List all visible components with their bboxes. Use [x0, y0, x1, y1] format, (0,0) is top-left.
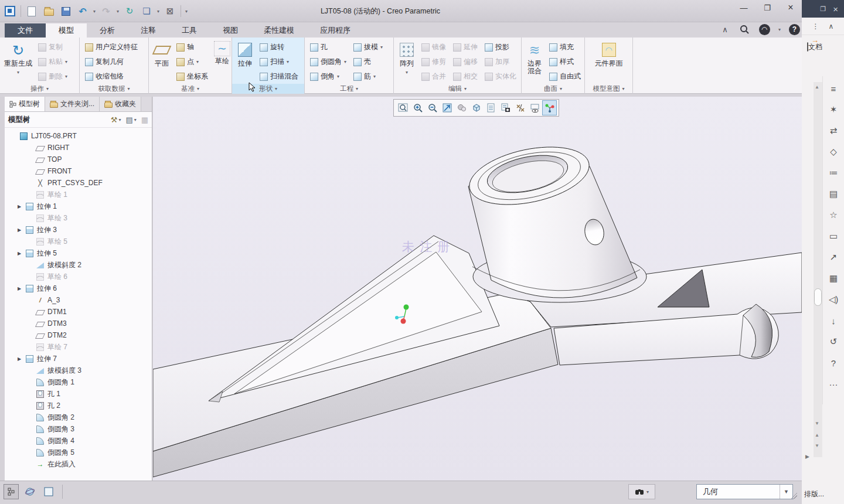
download-icon[interactable]: ↓	[827, 314, 840, 327]
datum-point-button[interactable]: 点▾	[173, 55, 211, 69]
tree-item[interactable]: 倒圆角 3	[5, 423, 152, 435]
group-label-engineering[interactable]: 工程▾	[305, 84, 393, 94]
scroll-bottom-icon[interactable]: ▼	[815, 443, 819, 448]
group-label-get-data[interactable]: 获取数据▾	[80, 84, 148, 94]
redo-dropdown-icon[interactable]: ▾	[117, 9, 119, 14]
tree-item[interactable]: FRONT	[5, 165, 152, 177]
kebab-menu-icon[interactable]: ⋮	[812, 22, 819, 30]
expand-arrow-icon[interactable]: ▶	[18, 251, 26, 256]
pattern-button[interactable]: 阵列 ▾	[396, 40, 417, 77]
image-icon[interactable]: ▦	[827, 272, 840, 285]
tree-item[interactable]: 倒圆角 2	[5, 411, 152, 423]
tree-item[interactable]: 拔模斜度 2	[5, 259, 152, 271]
audio-icon[interactable]: ◁)	[827, 293, 840, 306]
group-label-datum[interactable]: 基准▾	[149, 84, 232, 94]
tree-item[interactable]: 草绘 6	[5, 271, 152, 282]
view-manager-icon[interactable]	[498, 100, 513, 115]
group-label-model-intent[interactable]: 模型意图▾	[585, 83, 632, 94]
gallery-icon[interactable]: ▤	[827, 188, 840, 200]
display-style-icon[interactable]	[469, 100, 484, 115]
app-icon[interactable]	[4, 5, 16, 18]
tab-folder-browser[interactable]: 文件夹浏...	[45, 97, 100, 111]
fullscreen-icon[interactable]	[41, 484, 56, 499]
open-file-icon[interactable]	[42, 5, 55, 18]
tree-item[interactable]: / A_3	[5, 294, 152, 306]
tab-annotate[interactable]: 注释	[128, 23, 169, 38]
saved-orientations-icon[interactable]	[484, 100, 498, 115]
freestyle-button[interactable]: 自由式	[546, 69, 584, 84]
web-browser-icon[interactable]	[22, 484, 38, 499]
datum-display-filters-icon[interactable]	[513, 100, 528, 115]
tree-settings-icon[interactable]: ▤	[125, 115, 132, 124]
tree-item[interactable]: ╳ PRT_CSYS_DEF	[5, 177, 152, 189]
tab-favorites[interactable]: 收藏夹	[100, 97, 141, 111]
close-button[interactable]: ×	[783, 2, 798, 13]
switch-windows-icon[interactable]: ❏	[140, 5, 153, 18]
search-icon[interactable]	[739, 23, 751, 35]
model-tree-toggle-icon[interactable]	[4, 484, 19, 499]
share-nodes-icon[interactable]: ⇄	[827, 124, 840, 137]
copy-geometry-button[interactable]: 复制几何	[82, 55, 141, 69]
sweep-button[interactable]: 扫描▾	[257, 55, 301, 69]
tree-item[interactable]: ▶ 拉伸 1	[5, 200, 152, 212]
tree-item[interactable]: 草绘 3	[5, 212, 152, 224]
tab-applications[interactable]: 应用程序	[307, 23, 363, 38]
tree-item[interactable]: 草绘 7	[5, 341, 152, 353]
regenerate-icon[interactable]: ↻	[123, 5, 136, 18]
tree-item[interactable]: ▶ 拉伸 6	[5, 282, 152, 294]
boundary-blend-button[interactable]: ≋ 边界混合	[524, 40, 545, 76]
tree-item[interactable]: → 在此插入	[5, 458, 152, 470]
maximize-button[interactable]: ❐	[760, 4, 775, 12]
selection-filter[interactable]: 几何 ▼	[696, 484, 793, 499]
graphics-viewport[interactable]: 未注册	[153, 97, 802, 481]
tree-item[interactable]: ▶ 拉伸 5	[5, 247, 152, 259]
undo-icon[interactable]: ↶	[76, 5, 89, 18]
datum-axis-button[interactable]: 轴	[173, 40, 211, 55]
tab-file[interactable]: 文件	[5, 23, 46, 38]
datum-csys-button[interactable]: 坐标系	[173, 69, 211, 84]
zoom-out-icon[interactable]	[425, 100, 440, 115]
refit-icon[interactable]	[440, 100, 454, 115]
sketch-button[interactable]: ∼ 草绘	[212, 40, 232, 66]
hole-button[interactable]: 孔	[307, 40, 349, 55]
tree-item[interactable]: 孔 2	[5, 400, 152, 411]
cad-model[interactable]	[153, 97, 802, 481]
ai-sparkle-icon[interactable]: ✶	[827, 103, 840, 116]
shrinkwrap-button[interactable]: 收缩包络	[82, 69, 141, 84]
sliders-icon[interactable]: ≔	[827, 166, 840, 179]
help-icon[interactable]: ?	[789, 24, 800, 35]
side-scrollbar[interactable]: ▲ ▼ ▲ ▼	[814, 82, 822, 457]
restore-icon[interactable]: ❐	[820, 5, 826, 13]
project-button[interactable]: 投影	[482, 40, 519, 55]
tree-item[interactable]: LJT05-08.PRT	[5, 130, 152, 142]
export-icon[interactable]: ↗	[827, 251, 840, 264]
revolve-button[interactable]: 旋转	[257, 40, 301, 55]
fill-button[interactable]: 填充	[546, 40, 584, 55]
archive-icon[interactable]: ▭	[827, 230, 840, 243]
component-interface-button[interactable]: ◠ 元件界面	[592, 40, 626, 69]
tree-item[interactable]: DTM2	[5, 329, 152, 341]
find-tool[interactable]: ▾	[628, 484, 655, 499]
tree-item[interactable]: RIGHT	[5, 142, 152, 154]
more-dots-icon[interactable]: ···	[827, 377, 840, 390]
swept-blend-button[interactable]: 扫描混合	[257, 69, 301, 84]
tree-item[interactable]: 倒圆角 5	[5, 447, 152, 458]
close-window-icon[interactable]: ⊠	[164, 5, 176, 18]
tree-item[interactable]: DTM1	[5, 306, 152, 318]
group-label-operations[interactable]: 操作▾	[0, 84, 79, 94]
expand-panel-icon[interactable]: ▶	[805, 454, 809, 459]
find-dropdown-icon[interactable]: ▾	[646, 489, 649, 495]
windows-dropdown-icon[interactable]: ▾	[157, 9, 159, 14]
style-button[interactable]: 样式	[546, 55, 584, 69]
expand-arrow-icon[interactable]: ▶	[18, 286, 26, 291]
tree-item[interactable]: ▶ 拉伸 3	[5, 224, 152, 236]
document-shortcut[interactable]: 文档	[803, 42, 826, 52]
tree-item[interactable]: 草绘 5	[5, 236, 152, 247]
community-icon[interactable]: ◠	[759, 24, 770, 35]
menu-lines-icon[interactable]: ≡	[827, 82, 840, 95]
tree-tools-icon[interactable]: ⚒	[111, 115, 118, 124]
extrude-button[interactable]: 拉伸	[234, 40, 256, 69]
shapes-icon[interactable]: ◇	[827, 145, 840, 158]
new-file-icon[interactable]	[25, 5, 38, 18]
rib-button[interactable]: 筋▾	[350, 69, 386, 84]
